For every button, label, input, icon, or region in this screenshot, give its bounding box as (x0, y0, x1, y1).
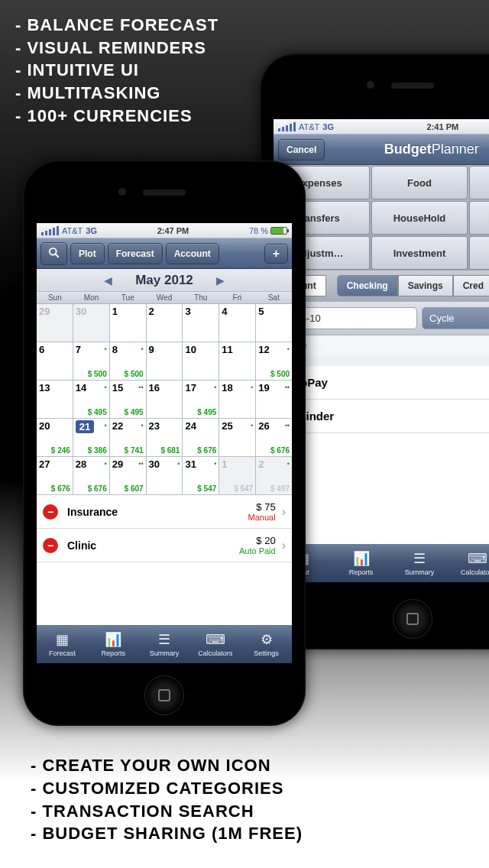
search-icon (48, 247, 60, 258)
screen-front: AT&T 3G 2:47 PM 78 % Plot Forecast Accou… (37, 223, 292, 663)
cycle-field[interactable]: Cycle (422, 307, 489, 329)
title-bar: Cancel BudgetPlanner S (274, 134, 489, 165)
calendar-cell[interactable]: 16 (147, 381, 183, 419)
category-cell[interactable]: Investment (371, 236, 467, 270)
transaction-status: Manual (248, 513, 276, 522)
calendar-cell[interactable]: 30• (147, 457, 183, 495)
calendar-cell[interactable]: 31•$ 547 (183, 457, 219, 495)
forecast-button[interactable]: Forecast (108, 243, 163, 264)
calendar-cell[interactable]: 6 (37, 342, 73, 381)
month-bar: ◀ May 2012 ▶ (37, 269, 292, 292)
cancel-button[interactable]: Cancel (278, 139, 325, 160)
reminder-row: Reminder OFF (274, 400, 489, 433)
delete-icon[interactable]: − (43, 504, 58, 520)
calendar-cell[interactable]: 12•$ 500 (256, 342, 292, 381)
grid-icon: ▦ (56, 631, 69, 648)
calendar-cell[interactable]: 9 (147, 342, 183, 381)
plot-button[interactable]: Plot (70, 243, 105, 264)
chart-icon: 📊 (105, 631, 121, 648)
gear-icon: ⚙ (261, 631, 273, 648)
calendar-cell[interactable]: 21•$ 386 (73, 419, 110, 457)
chevron-right-icon: › (282, 539, 286, 552)
category-cell[interactable]: Food (371, 166, 467, 199)
clock: 2:47 PM (97, 226, 249, 235)
svg-line-1 (55, 254, 58, 257)
tab-summary[interactable]: ☰Summary (139, 625, 190, 663)
segment-checking[interactable]: Checking (337, 275, 398, 296)
calendar: SunMonTueWedThuFriSat 29301234567•$ 5008… (37, 292, 292, 495)
tab-reports[interactable]: 📊Reports (88, 625, 139, 663)
tab-forecast[interactable]: ▦Forecast (37, 625, 88, 663)
category-cell[interactable]: Dinner (469, 201, 489, 235)
transaction-name: Insurance (67, 506, 248, 518)
category-cell[interactable]: Groceries (469, 236, 489, 270)
month-title: May 2012 (135, 273, 193, 288)
signal-icon (41, 226, 59, 235)
calendar-cell[interactable]: 18• (219, 381, 256, 419)
calendar-cell[interactable]: 3 (183, 304, 219, 342)
svg-point-0 (50, 248, 57, 254)
calendar-cell[interactable]: 7•$ 500 (73, 342, 110, 381)
tab-summary[interactable]: ☰Summary (390, 544, 449, 582)
autopay-row: AutoPay ON (274, 366, 489, 400)
calendar-cell[interactable]: 1$ 547 (219, 457, 256, 495)
prev-month-button[interactable]: ◀ (104, 274, 112, 287)
list-icon: ☰ (158, 631, 170, 648)
calc-icon: ⌨ (468, 550, 487, 567)
calendar-cell[interactable]: 27$ 676 (37, 457, 73, 495)
calendar-cell[interactable]: 26••$ 676 (256, 419, 292, 457)
calendar-cell[interactable]: 2 (147, 304, 183, 342)
transaction-amount: $ 75 (248, 501, 276, 513)
calendar-cell[interactable]: 14•$ 495 (73, 381, 110, 419)
calendar-cell[interactable]: 19•• (256, 381, 292, 419)
calendar-cell[interactable]: 22•$ 741 (110, 419, 147, 457)
category-cell[interactable]: Coffee (469, 166, 489, 199)
calendar-cell[interactable]: 8•$ 500 (110, 342, 147, 381)
calendar-cell[interactable]: 20$ 246 (37, 419, 73, 457)
calendar-cell[interactable]: 1 (110, 304, 147, 342)
calendar-cell[interactable]: 11 (219, 342, 256, 381)
status-bar: AT&T 3G 2:47 PM 78 % (37, 223, 292, 238)
calendar-cell[interactable]: 10 (183, 342, 219, 381)
tab-bar: ▦cast 📊Reports ☰Summary ⌨Calculators ⚙Se… (274, 544, 489, 582)
tab-reports[interactable]: 📊Reports (332, 544, 390, 582)
promo-bottom: - CREATE YOUR OWN ICON - CUSTOMIZED CATE… (31, 754, 303, 845)
transaction-row[interactable]: −Clinic$ 20Auto Paid› (37, 529, 292, 562)
next-month-button[interactable]: ▶ (216, 274, 225, 287)
calendar-cell[interactable]: 29••$ 607 (110, 457, 147, 495)
transaction-amount: $ 20 (239, 535, 276, 546)
transaction-row[interactable]: −Insurance$ 75Manual› (37, 495, 292, 529)
calendar-cell[interactable]: 4 (219, 304, 256, 342)
memo-field[interactable]: Memo (274, 335, 489, 355)
calendar-cell[interactable]: 29 (37, 304, 73, 342)
calendar-cell[interactable]: 15••$ 495 (110, 381, 147, 419)
calendar-cell[interactable]: 25• (219, 419, 256, 457)
toolbar: Plot Forecast Account + (37, 238, 292, 269)
battery-icon: 78 % (249, 226, 287, 235)
calendar-cell[interactable]: 23$ 681 (147, 419, 183, 457)
signal-icon (278, 122, 296, 131)
tab-settings[interactable]: ⚙Settings (241, 625, 292, 663)
calendar-cell[interactable]: 5 (256, 304, 292, 342)
segment-savings[interactable]: Savings (398, 275, 453, 296)
phone-front: AT&T 3G 2:47 PM 78 % Plot Forecast Accou… (23, 160, 306, 726)
calendar-cell[interactable]: 24$ 676 (183, 419, 219, 457)
calendar-cell[interactable]: 28•$ 676 (73, 457, 110, 495)
screen-back: AT&T 3G 2:41 PM 80 Cancel BudgetPlanner … (274, 119, 489, 582)
account-button[interactable]: Account (166, 243, 219, 264)
calendar-cell[interactable]: 30 (73, 304, 110, 342)
add-button[interactable]: + (264, 244, 288, 264)
tab-calculators[interactable]: ⌨Calculators (449, 544, 489, 582)
home-button[interactable] (144, 675, 184, 715)
transaction-name: Clinic (67, 539, 239, 552)
home-button[interactable] (393, 599, 432, 639)
calendar-cell[interactable]: 2•$ 497 (256, 457, 292, 495)
category-cell[interactable]: HouseHold (371, 201, 467, 235)
tab-calculators[interactable]: ⌨Calculators (189, 625, 241, 663)
delete-icon[interactable]: − (43, 538, 58, 553)
search-button[interactable] (40, 242, 67, 265)
calendar-cell[interactable]: 13 (37, 381, 73, 419)
calendar-cell[interactable]: 17•$ 495 (183, 381, 219, 419)
segment-credit[interactable]: Cred (453, 275, 489, 296)
day-headers: SunMonTueWedThuFriSat (37, 292, 292, 304)
